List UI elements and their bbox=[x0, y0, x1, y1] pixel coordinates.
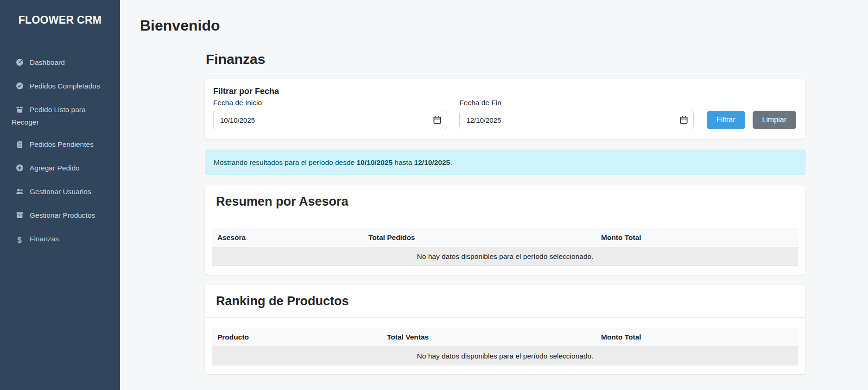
ranking-card-title: Ranking de Productos bbox=[216, 294, 794, 308]
sidebar-item-label: Dashboard bbox=[30, 58, 65, 66]
start-date-input[interactable] bbox=[213, 111, 447, 129]
sidebar-item-pedido-listo[interactable]: Pedido Listo para Recoger bbox=[0, 99, 120, 133]
sidebar-item-gestionar-productos[interactable]: Gestionar Productos bbox=[0, 204, 120, 228]
sidebar-item-label: Agregar Pedido bbox=[30, 164, 80, 172]
end-date-input[interactable] bbox=[459, 111, 693, 129]
sidebar-item-pedidos-completados[interactable]: Pedidos Completados bbox=[0, 75, 120, 99]
ranking-card: Ranking de Productos Producto Total Vent… bbox=[205, 285, 805, 374]
ranking-table: Producto Total Ventas Monto Total No hay… bbox=[212, 327, 798, 365]
summary-col-total-pedidos: Total Pedidos bbox=[363, 228, 596, 247]
summary-table-header-row: Asesora Total Pedidos Monto Total bbox=[212, 228, 798, 247]
alert-text: Mostrando resultados para el período des… bbox=[214, 158, 356, 166]
box-icon bbox=[15, 211, 24, 222]
filter-button[interactable]: Filtrar bbox=[707, 111, 745, 129]
sidebar-item-label: Gestionar Usuarios bbox=[30, 188, 91, 195]
gauge-icon bbox=[15, 58, 24, 69]
end-date-label: Fecha de Fin bbox=[459, 99, 693, 107]
box-open-icon bbox=[15, 106, 24, 117]
page-title: Bienvenido bbox=[140, 17, 868, 34]
sidebar-nav: Dashboard Pedidos Completados Pedido Lis… bbox=[0, 51, 120, 252]
app-title: FLOOWER CRM bbox=[0, 0, 120, 26]
sidebar-item-label: Gestionar Productos bbox=[30, 211, 95, 219]
filter-title: Filtrar por Fecha bbox=[213, 87, 796, 96]
section-title: Finanzas bbox=[206, 51, 805, 67]
summary-card-title: Resumen por Asesora bbox=[216, 194, 794, 209]
alert-start-date: 10/10/2025 bbox=[356, 158, 393, 166]
ranking-table-header-row: Producto Total Ventas Monto Total bbox=[212, 327, 798, 347]
end-date-field: Fecha de Fin bbox=[459, 96, 693, 129]
summary-empty-message: No hay datos disponibles para el período… bbox=[212, 247, 798, 266]
alert-text: . bbox=[450, 158, 452, 166]
sidebar-item-agregar-pedido[interactable]: Agregar Pedido bbox=[0, 157, 120, 181]
ranking-col-total-ventas: Total Ventas bbox=[381, 327, 596, 347]
summary-card: Resumen por Asesora Asesora Total Pedido… bbox=[205, 185, 805, 275]
start-date-field: Fecha de Inicio bbox=[213, 96, 447, 129]
summary-col-monto-total: Monto Total bbox=[596, 228, 798, 247]
calendar-icon[interactable] bbox=[433, 115, 442, 124]
sidebar-item-dashboard[interactable]: Dashboard bbox=[0, 51, 120, 75]
alert-text: hasta bbox=[393, 158, 414, 166]
sidebar-item-label: Finanzas bbox=[30, 235, 59, 243]
summary-table: Asesora Total Pedidos Monto Total No hay… bbox=[212, 228, 798, 266]
plus-circle-icon bbox=[15, 164, 24, 175]
finanzas-section: Finanzas Filtrar por Fecha Fecha de Inic… bbox=[205, 51, 805, 374]
sidebar-item-label: Pedidos Completados bbox=[30, 82, 100, 90]
alert-end-date: 12/10/2025 bbox=[414, 158, 450, 166]
ranking-col-monto-total: Monto Total bbox=[596, 327, 798, 347]
ranking-col-producto: Producto bbox=[212, 327, 381, 347]
clear-button[interactable]: Limpiar bbox=[753, 111, 796, 129]
calendar-icon[interactable] bbox=[679, 115, 688, 124]
users-icon bbox=[15, 188, 24, 199]
sidebar-item-finanzas[interactable]: $Finanzas bbox=[0, 228, 120, 252]
summary-empty-row: No hay datos disponibles para el período… bbox=[212, 247, 798, 266]
sidebar-item-pedidos-pendientes[interactable]: Pedidos Pendientes bbox=[0, 133, 120, 157]
main-content: Bienvenido Finanzas Filtrar por Fecha Fe… bbox=[120, 0, 868, 390]
results-alert: Mostrando resultados para el período des… bbox=[205, 150, 805, 175]
start-date-label: Fecha de Inicio bbox=[213, 99, 447, 107]
summary-col-asesora: Asesora bbox=[212, 228, 363, 247]
sidebar: FLOOWER CRM Dashboard Pedidos Completado… bbox=[0, 0, 120, 390]
check-circle-icon bbox=[15, 82, 24, 93]
clipboard-icon bbox=[15, 140, 24, 151]
sidebar-item-gestionar-usuarios[interactable]: Gestionar Usuarios bbox=[0, 181, 120, 204]
ranking-empty-row: No hay datos disponibles para el período… bbox=[212, 347, 798, 365]
sidebar-item-label: Pedidos Pendientes bbox=[30, 140, 94, 148]
ranking-empty-message: No hay datos disponibles para el período… bbox=[212, 347, 798, 365]
dollar-icon: $ bbox=[15, 235, 24, 246]
date-filter-card: Filtrar por Fecha Fecha de Inicio Fecha … bbox=[205, 79, 805, 139]
